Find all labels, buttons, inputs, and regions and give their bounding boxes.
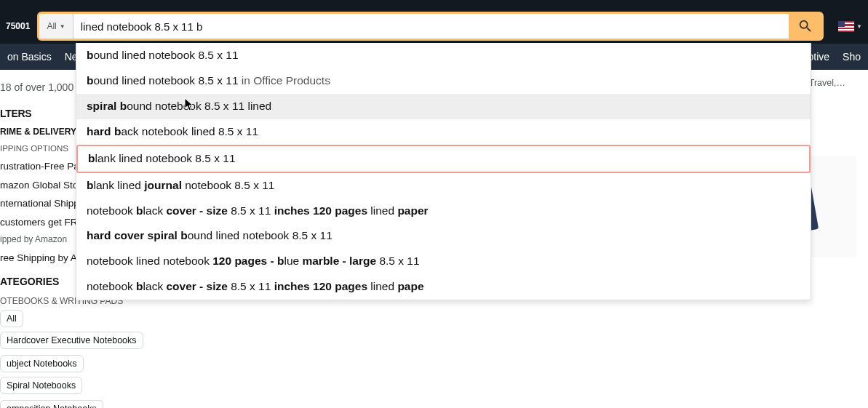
us-flag-icon: [838, 21, 854, 32]
search-suggestion-item[interactable]: blank lined notebook 8.5 x 11: [76, 145, 811, 173]
subnav-item[interactable]: Sho: [843, 51, 861, 63]
search-suggestion-item[interactable]: spiral bound notebook 8.5 x 11 lined: [76, 94, 811, 119]
window-top-bar: [0, 0, 868, 9]
search-button[interactable]: [789, 14, 821, 39]
search-category-label: All: [47, 21, 56, 31]
zip-code[interactable]: 75001: [6, 21, 30, 31]
chevron-down-icon: ▼: [60, 23, 65, 30]
category-pills: ubject Notebooks Spiral Notebooks: [0, 355, 169, 394]
search-suggestion-item[interactable]: notebook black cover - size 8.5 x 11 inc…: [76, 199, 811, 224]
search-category-dropdown[interactable]: All ▼: [39, 14, 73, 39]
chevron-down-icon: ▼: [856, 23, 862, 30]
language-selector[interactable]: ▼: [838, 21, 862, 32]
search-suggestion-item[interactable]: blank lined journal notebook 8.5 x 11: [76, 173, 811, 199]
search-suggestion-item[interactable]: hard back notebook lined 8.5 x 11: [76, 119, 811, 145]
category-pills: omposition Notebooks: [0, 400, 169, 408]
category-pill[interactable]: Spiral Notebooks: [0, 377, 82, 394]
category-pill[interactable]: Hardcover Executive Notebooks: [0, 332, 143, 349]
category-pill[interactable]: ubject Notebooks: [0, 355, 84, 372]
search-bar: All ▼: [37, 12, 824, 41]
search-input[interactable]: [73, 14, 789, 39]
category-pills: All Hardcover Executive Notebooks: [0, 310, 169, 349]
category-pill[interactable]: omposition Notebooks: [0, 400, 103, 408]
search-icon: [797, 18, 813, 34]
search-suggestion-item[interactable]: hard cover spiral bound lined notebook 8…: [76, 223, 811, 249]
categories-heading: ATEGORIES: [0, 276, 59, 287]
search-suggestion-item[interactable]: notebook lined notebook 120 pages - blue…: [76, 249, 811, 274]
header: 75001 All ▼ ▼: [0, 9, 868, 44]
subnav-item[interactable]: on Basics: [7, 51, 52, 63]
search-suggestion-item[interactable]: bound lined notebook 8.5 x 11: [76, 43, 811, 68]
search-suggestions-dropdown: bound lined notebook 8.5 x 11bound lined…: [76, 43, 811, 300]
search-suggestion-item[interactable]: bound lined notebook 8.5 x 11 in Office …: [76, 68, 811, 94]
category-pill[interactable]: All: [0, 310, 23, 327]
search-suggestion-item[interactable]: notebook black cover - size 8.5 x 11 inc…: [76, 274, 811, 300]
